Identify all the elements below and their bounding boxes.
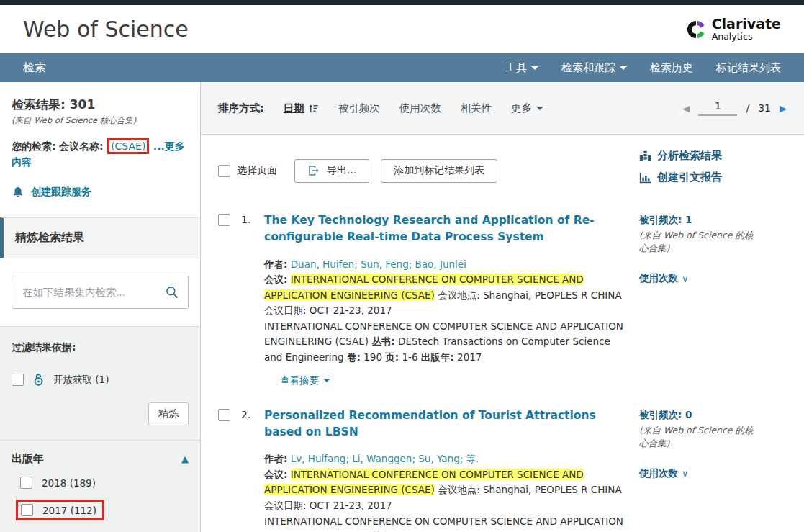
add-to-marked-list-button[interactable]: 添加到标记结果列表 [381,159,497,183]
top-accent-bar [0,0,804,5]
analyze-results-label: 分析检索结果 [657,149,722,163]
result-1-checkbox[interactable] [218,214,230,226]
usage-label: 使用次数 [639,272,678,285]
chevron-down-icon [323,379,330,382]
sort-option-relevance[interactable]: 相关性 [461,102,492,115]
authors-label: 作者: [264,258,287,270]
refine-sidebar: 检索结果: 301 (来自 Web of Science 核心合集) 您的检索:… [0,82,201,532]
clarivate-logo: Clarivate Analytics [685,17,781,42]
sort-icon [308,103,319,114]
result-1-citation-info: 被引频次: 1 (来自 Web of Science 的核心合集) 使用次数 ∨ [639,212,787,387]
results-count-line: 检索结果: 301 [12,96,189,113]
export-label: 导出... [327,164,356,177]
total-pages: 31 [758,102,771,114]
menu-search-and-track[interactable]: 检索和跟踪 [561,61,627,75]
search-summary-section: 检索结果: 301 (来自 Web of Science 核心合集) 您的检索:… [0,82,200,206]
authors-label: 作者: [264,453,287,464]
current-page-input[interactable]: 1 [698,100,737,116]
pubyear-label: 出版年: [421,351,454,363]
result-1-conference-line: 会议: INTERNATIONAL CONFERENCE ON COMPUTER… [264,272,629,319]
menu-search-history[interactable]: 检索历史 [650,61,693,75]
page-title: Web of Science [23,17,189,42]
result-2-select: 2. [218,407,264,532]
open-access-filter-row: 开放获取 (1) [12,373,189,387]
filter-by-label: 过滤结果依据: [12,341,189,354]
times-cited-value: 1 [685,214,692,225]
result-1-select: 1. [218,212,264,387]
result-1-body: The Key Technology Research and Applicat… [264,212,639,387]
citation-report-label: 创建引文报告 [657,171,722,184]
series-label: 丛书: [371,335,394,347]
usage-chevron-icon: ∨ [682,468,689,479]
export-icon [307,164,320,177]
result-1-view-abstract-link[interactable]: 查看摘要 [280,374,629,387]
conference-label: 会议: [264,274,287,285]
result-1-number: 1. [241,214,250,225]
sort-by-label: 排序方式: [218,102,264,115]
menu-tools-label: 工具 [505,61,527,75]
analyze-results-link[interactable]: 分析检索结果 [639,149,787,163]
select-page-checkbox[interactable] [218,165,230,177]
result-2-checkbox[interactable] [218,409,230,421]
times-cited-label: 被引频次: [639,214,682,225]
times-cited-label: 被引频次: [639,409,682,420]
year-2017-checkbox[interactable] [21,504,33,516]
next-page-icon[interactable]: ▶ [780,103,787,114]
results-main: 排序方式: 日期 被引频次 使用次数 相关性 [201,82,804,532]
publication-year-title: 出版年 [12,452,44,466]
pages-label: 页: [385,351,399,363]
export-button[interactable]: 导出... [294,159,369,183]
result-2-authors-line: 作者: Lv, Huifang; Li, Wanggen; Su, Yang; … [264,451,629,467]
page-separator: / [746,102,749,114]
result-2-authors[interactable]: Lv, Huifang; Li, Wanggen; Su, Yang; 等. [291,453,479,464]
view-abstract-label: 查看摘要 [280,374,319,387]
sidebar-divider [0,440,200,441]
result-2-conference-line: 会议: INTERNATIONAL CONFERENCE ON COMPUTER… [264,467,629,514]
result-1-authors-line: 作者: Duan, Huifen; Sun, Feng; Bao, Junlei [264,257,629,273]
pagination: ◀ 1 / 31 ▶ [682,100,787,116]
result-item-1: 1. The Key Technology Research and Appli… [218,212,787,387]
refine-search-input[interactable] [21,286,165,299]
year-2018-label: 2018 (189) [42,477,96,489]
result-1-cited-note: (来自 Web of Science 的核心合集) [639,229,754,255]
analyze-icon [639,150,651,162]
search-icon[interactable] [165,285,179,299]
menu-marked-list-label: 标记结果列表 [716,61,781,75]
year-2018-checkbox[interactable] [20,477,32,489]
select-page-control: 选择页面 [218,164,277,177]
result-1-usage-link[interactable]: 使用次数 ∨ [639,272,787,285]
results-toolbar: 选择页面 导出... 添加到标记结果列表 [218,149,639,192]
menu-search-and-track-label: 检索和跟踪 [561,61,615,75]
brand-subname: Analytics [712,31,781,42]
open-access-checkbox[interactable] [12,374,24,386]
sort-option-times-cited[interactable]: 被引频次 [338,102,380,115]
chevron-down-icon [531,66,538,70]
analyze-links-column: 分析检索结果 创建引文报告 [639,149,787,192]
results-list-area: 选择页面 导出... 添加到标记结果列表 [201,135,804,532]
results-count-value: 301 [70,97,96,112]
result-2-citation-info: 被引频次: 0 (来自 Web of Science 的核心合集) 使用次数 ∨ [639,407,787,532]
sort-options: 排序方式: 日期 被引频次 使用次数 相关性 [218,102,543,115]
refine-button[interactable]: 精炼 [148,402,189,425]
your-search-line: 您的检索: 会议名称: (CSAE) ...更多内容 [12,139,189,170]
tab-search[interactable]: 检索 [23,60,46,76]
create-alert-link[interactable]: 创建跟踪服务 [12,186,189,199]
publication-year-header: 出版年 ▲ [12,452,189,466]
year-filter-2017-annotated: 2017 (112) [16,500,104,520]
chevron-up-icon[interactable]: ▲ [181,454,189,464]
prev-page-icon[interactable]: ◀ [682,103,690,114]
sort-option-more[interactable]: 更多 [511,102,543,115]
sort-option-date[interactable]: 日期 [284,102,319,115]
result-1-title[interactable]: The Key Technology Research and Applicat… [264,212,629,246]
sort-option-usage-count[interactable]: 使用次数 [399,102,441,115]
times-cited-value: 0 [685,409,692,420]
result-2-title[interactable]: Personalized Recommendation of Tourist A… [264,407,629,441]
citation-report-icon [639,171,651,184]
citation-report-link[interactable]: 创建引文报告 [639,171,787,184]
results-toolbar-row: 选择页面 导出... 添加到标记结果列表 [218,149,787,192]
menu-tools[interactable]: 工具 [505,61,538,75]
your-search-label: 您的检索: [12,140,56,152]
result-2-usage-link[interactable]: 使用次数 ∨ [639,467,787,480]
result-1-authors[interactable]: Duan, Huifen; Sun, Feng; Bao, Junlei [291,258,466,270]
menu-marked-list[interactable]: 标记结果列表 [716,61,781,75]
